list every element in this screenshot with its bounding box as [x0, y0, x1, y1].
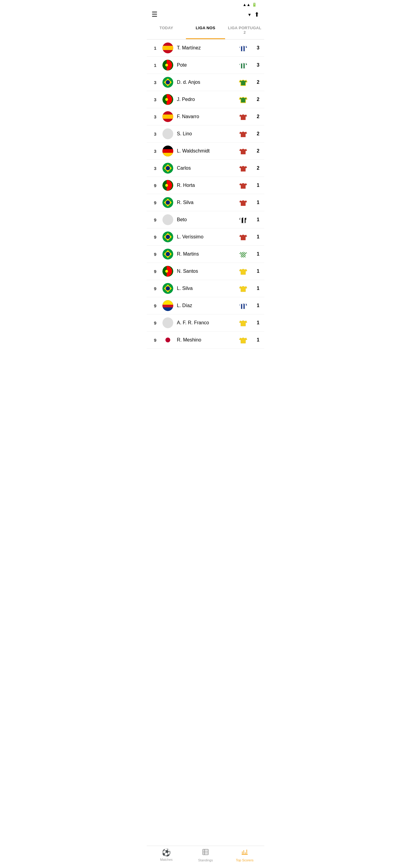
player-flag — [162, 42, 173, 53]
svg-rect-18 — [162, 115, 173, 119]
table-row[interactable]: 9 R. Horta 1 — [147, 177, 264, 194]
player-name: Pote — [177, 62, 234, 68]
svg-rect-55 — [239, 301, 240, 310]
player-name: L. Silva — [177, 286, 234, 291]
player-flag — [162, 214, 173, 225]
player-flag — [162, 146, 173, 156]
goal-count: 1 — [252, 234, 259, 240]
svg-point-19 — [162, 128, 173, 139]
table-row[interactable]: 9 Beto 1 — [147, 211, 264, 228]
jersey-icon — [238, 335, 249, 345]
rank-number: 9 — [152, 269, 159, 274]
nav-top-scorers[interactable]: Top Scorers — [225, 848, 264, 862]
player-name: L. Díaz — [177, 303, 234, 308]
svg-rect-34 — [239, 215, 240, 224]
player-name: L. Waldschmidt — [177, 148, 234, 154]
player-flag — [162, 163, 173, 174]
table-row[interactable]: 3 D. d. Anjos 2 — [147, 74, 264, 91]
content-area: 1 T. Martínez 3 1 Pote — [147, 39, 264, 373]
table-row[interactable]: 9 L. Díaz 1 — [147, 297, 264, 314]
player-name: L. Veríssimo — [177, 234, 234, 240]
table-row[interactable]: 3 J. Pedro 2 — [147, 91, 264, 108]
goal-count: 1 — [252, 286, 259, 291]
player-flag — [162, 94, 173, 105]
rank-number: 9 — [152, 338, 159, 343]
signal-icon: ▲▲ — [243, 2, 250, 7]
nav-standings-label: Standings — [198, 858, 213, 862]
table-row[interactable]: 9 R. Meshino 1 — [147, 332, 264, 349]
soccer-icon: ⚽ — [162, 848, 171, 857]
table-row[interactable]: 9 N. Santos 1 — [147, 263, 264, 280]
svg-rect-56 — [241, 301, 242, 310]
svg-rect-9 — [241, 61, 242, 70]
goal-count: 1 — [252, 200, 259, 205]
svg-point-27 — [166, 166, 170, 170]
rank-number: 3 — [152, 166, 159, 171]
player-flag — [162, 231, 173, 242]
svg-rect-3 — [241, 43, 242, 53]
goal-count: 1 — [252, 337, 259, 343]
player-name: F. Navarro — [177, 114, 234, 119]
svg-point-7 — [165, 64, 168, 67]
svg-point-50 — [166, 286, 170, 290]
table-icon — [202, 848, 209, 858]
svg-rect-2 — [239, 43, 240, 53]
tab-liga-portugal-2[interactable]: LIGA PORTUGAL 2 — [225, 22, 264, 39]
rank-number: 9 — [152, 200, 159, 205]
table-row[interactable]: 9 A. F. R. Franco 1 — [147, 314, 264, 332]
svg-rect-8 — [239, 61, 240, 70]
nav-matches[interactable]: ⚽ Matches — [147, 848, 186, 862]
player-flag — [162, 317, 173, 328]
svg-rect-54 — [162, 305, 173, 307]
jersey-icon — [238, 180, 249, 191]
chevron-down-icon: ▾ — [248, 12, 251, 18]
table-row[interactable]: 9 L. Veríssimo 1 — [147, 228, 264, 246]
svg-rect-58 — [246, 301, 247, 310]
jersey-icon — [238, 94, 249, 105]
tab-today[interactable]: TODAY — [147, 22, 186, 39]
rank-number: 9 — [152, 320, 159, 326]
nav-standings[interactable]: Standings — [186, 848, 225, 862]
jersey-icon — [238, 60, 249, 70]
table-row[interactable]: 9 R. Silva 1 — [147, 194, 264, 211]
table-row[interactable]: 3 S. Lino 2 — [147, 125, 264, 143]
table-row[interactable]: 9 L. Silva 1 — [147, 280, 264, 297]
player-name: D. d. Anjos — [177, 80, 234, 85]
menu-icon[interactable]: ☰ — [152, 10, 158, 19]
table-row[interactable]: 3 L. Waldschmidt 2 — [147, 143, 264, 160]
goal-count: 1 — [252, 251, 259, 257]
player-flag — [162, 111, 173, 122]
rank-number: 9 — [152, 286, 159, 291]
player-name: A. F. R. Franco — [177, 320, 234, 326]
rank-number: 3 — [152, 80, 159, 85]
table-row[interactable]: 1 Pote 3 — [147, 57, 264, 74]
season-selector[interactable]: ▾ — [247, 12, 251, 18]
svg-point-42 — [166, 252, 170, 256]
goal-count: 2 — [252, 80, 259, 85]
player-flag — [162, 266, 173, 277]
table-row[interactable]: 3 F. Navarro 2 — [147, 108, 264, 125]
player-flag — [162, 300, 173, 311]
goal-count: 1 — [252, 269, 259, 274]
table-row[interactable]: 1 T. Martínez 3 — [147, 39, 264, 57]
svg-rect-24 — [162, 153, 173, 156]
table-row[interactable]: 3 Carlos 2 — [147, 160, 264, 177]
tab-liga-nos[interactable]: LIGA NOS — [186, 22, 225, 39]
svg-point-47 — [165, 270, 168, 273]
jersey-icon — [238, 146, 249, 156]
goal-count: 1 — [252, 320, 259, 326]
goal-count: 2 — [252, 114, 259, 119]
player-flag — [162, 128, 173, 139]
share-icon[interactable]: ⬆ — [254, 11, 259, 18]
goal-count: 3 — [252, 45, 259, 51]
svg-rect-53 — [162, 300, 173, 305]
svg-point-61 — [165, 338, 170, 342]
svg-point-33 — [162, 214, 173, 225]
jersey-icon — [238, 317, 249, 328]
svg-rect-23 — [162, 149, 173, 153]
goal-count: 1 — [252, 303, 259, 308]
svg-point-29 — [165, 184, 168, 187]
rank-number: 3 — [152, 149, 159, 154]
player-name: J. Pedro — [177, 97, 234, 102]
table-row[interactable]: 9 R. Martins 1 — [147, 246, 264, 263]
